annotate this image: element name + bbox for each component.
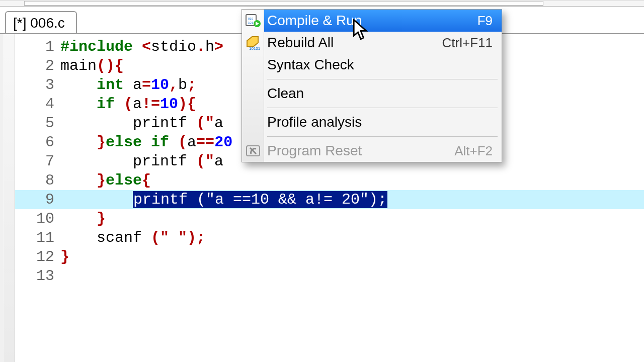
line-number: 12 bbox=[15, 247, 60, 266]
toolbar-strip bbox=[0, 0, 644, 7]
reset-icon bbox=[242, 143, 264, 159]
menu-item-rebuild-all[interactable]: 10101Rebuild AllCtrl+F11 bbox=[242, 32, 502, 54]
code-content: scanf (" "); bbox=[60, 228, 644, 247]
compile-run-icon: 010101 bbox=[242, 13, 264, 29]
menu-item-shortcut: Ctrl+F11 bbox=[442, 35, 493, 51]
code-line[interactable]: 10 } bbox=[15, 209, 644, 228]
line-number: 3 bbox=[15, 75, 60, 95]
line-number: 9 bbox=[15, 190, 60, 209]
menu-item-label: Program Reset bbox=[264, 143, 454, 159]
code-line[interactable]: 9 printf ("a ==10 && a!= 20"); bbox=[15, 190, 644, 209]
code-line[interactable]: 12} bbox=[15, 247, 644, 266]
svg-text:101: 101 bbox=[248, 21, 254, 24]
menu-item-profile-analysis[interactable]: Profile analysis bbox=[242, 111, 502, 133]
menu-separator bbox=[267, 108, 498, 108]
menu-icon-strip bbox=[242, 10, 264, 162]
rebuild-icon: 10101 bbox=[242, 35, 264, 51]
menu-item-shortcut: F9 bbox=[477, 13, 493, 29]
menu-item-label: Rebuild All bbox=[264, 35, 442, 51]
menu-separator bbox=[267, 136, 498, 137]
code-line[interactable]: 13 bbox=[15, 266, 644, 286]
line-number: 1 bbox=[15, 37, 60, 56]
menu-item-program-reset: Program ResetAlt+F2 bbox=[242, 140, 502, 162]
code-content: } bbox=[60, 247, 644, 266]
menu-item-compile-run[interactable]: 010101Compile & RunF9 bbox=[242, 10, 502, 32]
line-number: 2 bbox=[15, 56, 60, 75]
line-number: 4 bbox=[15, 95, 60, 114]
menu-item-clean[interactable]: Clean bbox=[242, 82, 502, 105]
menu-item-label: Compile & Run bbox=[264, 13, 477, 29]
line-number: 10 bbox=[15, 209, 60, 228]
code-content: printf ("a ==10 && a!= 20"); bbox=[60, 190, 644, 209]
line-number: 13 bbox=[15, 266, 60, 286]
scroll-gutter[interactable] bbox=[3, 34, 15, 362]
code-line[interactable]: 8 }else{ bbox=[15, 171, 644, 190]
line-number: 6 bbox=[15, 133, 60, 152]
svg-text:010: 010 bbox=[248, 17, 254, 20]
menu-item-shortcut: Alt+F2 bbox=[454, 143, 493, 159]
svg-text:10101: 10101 bbox=[249, 46, 261, 51]
code-content: } bbox=[60, 209, 644, 228]
line-number: 7 bbox=[15, 152, 60, 171]
menu-item-label: Clean bbox=[264, 85, 493, 102]
menu-item-label: Profile analysis bbox=[264, 114, 493, 130]
menu-item-label: Syntax Check bbox=[264, 57, 493, 73]
menu-separator bbox=[267, 79, 498, 79]
menu-item-syntax-check[interactable]: Syntax Check bbox=[242, 54, 502, 76]
toolbar-inset bbox=[24, 1, 543, 6]
code-content: }else{ bbox=[60, 171, 644, 190]
code-line[interactable]: 11 scanf (" "); bbox=[15, 228, 644, 247]
file-tab-label: [*] 006.c bbox=[13, 15, 65, 31]
line-number: 11 bbox=[15, 228, 60, 247]
context-menu: 010101Compile & RunF910101Rebuild AllCtr… bbox=[242, 9, 502, 162]
file-tab[interactable]: [*] 006.c bbox=[5, 11, 77, 34]
line-number: 8 bbox=[15, 171, 60, 190]
line-number: 5 bbox=[15, 114, 60, 133]
